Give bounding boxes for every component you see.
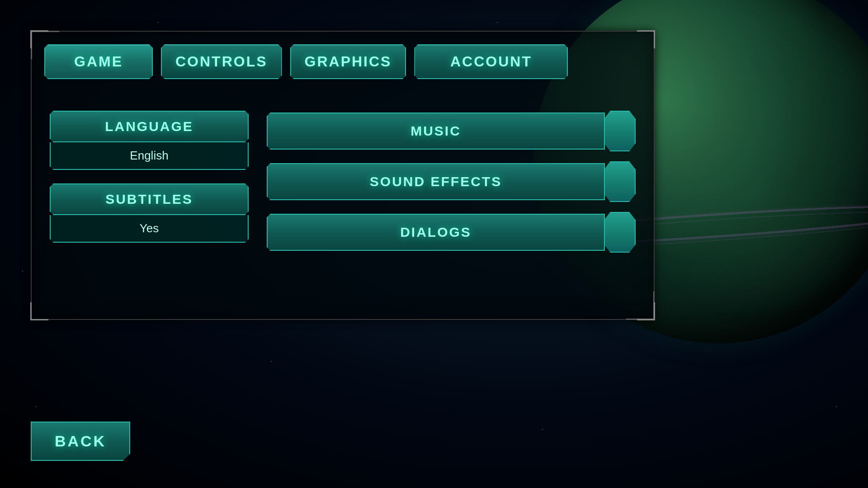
language-label[interactable]: LANGUAGE bbox=[50, 111, 249, 142]
subtitles-value[interactable]: Yes bbox=[50, 215, 249, 243]
subtitles-label[interactable]: SUBTITLES bbox=[50, 183, 249, 215]
corner-tr-decoration bbox=[637, 30, 655, 48]
corner-tl-decoration bbox=[30, 30, 48, 48]
tab-account[interactable]: ACCOUNT bbox=[414, 44, 568, 79]
tab-graphics[interactable]: GRAPHICS bbox=[290, 44, 406, 79]
content-area: LANGUAGE English SUBTITLES Yes MUSIC SOU… bbox=[32, 93, 654, 271]
corner-br-decoration bbox=[637, 302, 655, 320]
dialogs-label[interactable]: DIALOGS bbox=[267, 214, 605, 251]
music-slider-row: MUSIC bbox=[267, 111, 636, 151]
subtitles-setting: SUBTITLES Yes bbox=[50, 183, 249, 243]
sound-effects-slider-row: SOUND EFFECTS bbox=[267, 161, 636, 202]
tab-row: GAME CONTROLS GRAPHICS ACCOUNT bbox=[32, 32, 654, 79]
tab-game[interactable]: GAME bbox=[44, 44, 153, 79]
dialogs-slider-handle[interactable] bbox=[604, 212, 636, 253]
language-setting: LANGUAGE English bbox=[50, 111, 249, 170]
dialogs-slider-row: DIALOGS bbox=[267, 212, 636, 253]
music-label[interactable]: MUSIC bbox=[267, 113, 605, 150]
tab-controls[interactable]: CONTROLS bbox=[161, 44, 282, 79]
sound-effects-label[interactable]: SOUND EFFECTS bbox=[267, 163, 605, 200]
sound-effects-slider-handle[interactable] bbox=[604, 161, 636, 202]
settings-panel: GAME CONTROLS GRAPHICS ACCOUNT LANGUAGE … bbox=[31, 31, 655, 320]
corner-bl-decoration bbox=[30, 302, 48, 320]
left-column: LANGUAGE English SUBTITLES Yes bbox=[50, 111, 249, 253]
music-slider-handle[interactable] bbox=[604, 111, 636, 151]
language-value[interactable]: English bbox=[50, 142, 249, 170]
right-column: MUSIC SOUND EFFECTS DIALOGS bbox=[267, 111, 636, 253]
back-button[interactable]: BACK bbox=[31, 422, 130, 461]
